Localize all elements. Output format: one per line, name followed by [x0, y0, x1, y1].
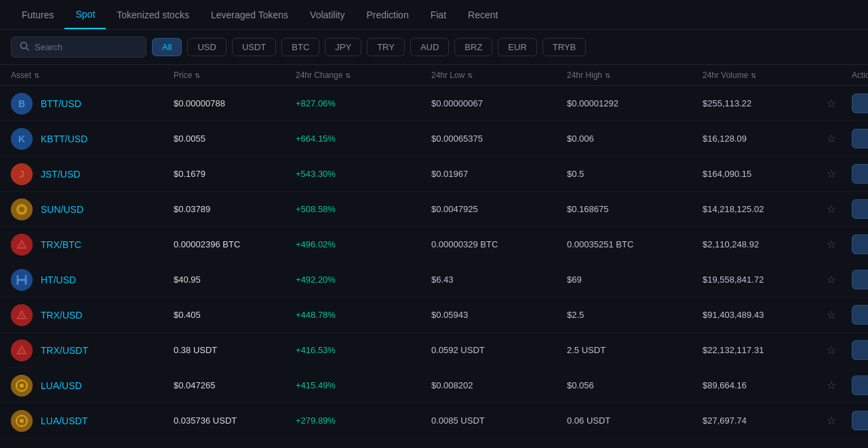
filter-btn-tryb[interactable]: TRYB [542, 38, 586, 56]
sort-icon: ⇅ [467, 72, 473, 79]
nav-item-volatility[interactable]: Volatility [299, 1, 355, 28]
nav-item-recent[interactable]: Recent [457, 1, 509, 28]
filter-btn-all[interactable]: All [152, 38, 182, 56]
favorite-button[interactable]: ☆ [811, 132, 852, 145]
trade-button[interactable]: Trade [852, 129, 868, 148]
asset-cell: LUA/USDT [11, 410, 174, 432]
trade-button[interactable]: Trade [852, 164, 868, 184]
trade-button[interactable]: Trade [852, 375, 868, 395]
filter-btn-jpy[interactable]: JPY [325, 38, 361, 56]
th-label: 24hr High [567, 70, 602, 80]
filter-btn-btc[interactable]: BTC [281, 38, 319, 56]
th-label: Action [852, 70, 868, 80]
filter-btn-eur[interactable]: EUR [498, 38, 536, 56]
table-row: HT/USD$40.95+492.20%$6.43$69$19,558,841.… [0, 262, 868, 298]
volume-cell: $89,664.16 [703, 380, 811, 390]
th-24hr-low[interactable]: 24hr Low ⇅ [431, 70, 567, 80]
sort-icon: ⇅ [195, 72, 200, 79]
low-cell: $0.01967 [431, 169, 567, 179]
trade-button[interactable]: Trade [852, 235, 868, 254]
asset-cell: B BTT/USD [11, 93, 174, 115]
change-cell: +508.58% [296, 204, 431, 214]
volume-cell: $27,697.74 [703, 415, 811, 426]
favorite-button[interactable]: ☆ [811, 238, 852, 251]
table-row: LUA/USDT0.035736 USDT+279.89%0.0085 USDT… [0, 403, 868, 439]
filter-btn-aud[interactable]: AUD [410, 38, 449, 56]
favorite-button[interactable]: ☆ [811, 308, 852, 321]
trade-button[interactable]: Trade [852, 94, 868, 113]
high-cell: 2.5 USDT [567, 345, 703, 355]
favorite-button[interactable]: ☆ [811, 203, 852, 216]
low-cell: $0.008202 [431, 380, 567, 390]
change-cell: +416.53% [296, 345, 431, 355]
search-box[interactable] [11, 37, 146, 58]
change-cell: +543.30% [296, 169, 431, 179]
th-24hr-high[interactable]: 24hr High ⇅ [567, 70, 703, 80]
th-price[interactable]: Price ⇅ [174, 70, 296, 80]
favorite-button[interactable]: ☆ [811, 379, 852, 392]
filter-btn-try[interactable]: TRY [367, 38, 405, 56]
asset-name: LUA/USDT [41, 415, 87, 426]
trade-button[interactable]: Trade [852, 199, 868, 219]
change-cell: +664.15% [296, 134, 431, 144]
nav-item-fiat[interactable]: Fiat [420, 1, 457, 28]
sort-icon: ⇅ [34, 72, 39, 79]
price-cell: $0.0055 [174, 134, 296, 144]
favorite-button[interactable]: ☆ [811, 167, 852, 180]
nav-item-prediction[interactable]: Prediction [355, 1, 419, 28]
th-label: Price [174, 70, 192, 80]
asset-cell: TRX/USD [11, 304, 174, 326]
asset-icon [11, 199, 33, 220]
price-cell: $40.95 [174, 274, 296, 285]
price-cell: 0.00002396 BTC [174, 239, 296, 249]
price-cell: 0.035736 USDT [174, 415, 296, 426]
high-cell: $2.5 [567, 310, 703, 320]
high-cell: $0.006 [567, 134, 703, 144]
favorite-button[interactable]: ☆ [811, 97, 852, 110]
price-cell: $0.047265 [174, 380, 296, 390]
favorite-button[interactable]: ☆ [811, 414, 852, 427]
trade-button[interactable]: Trade [852, 270, 868, 289]
favorite-button[interactable]: ☆ [811, 344, 852, 357]
volume-cell: $2,110,248.92 [703, 239, 811, 249]
asset-cell: LUA/USD [11, 375, 174, 396]
nav-item-spot[interactable]: Spot [64, 1, 106, 29]
th-24hr-volume[interactable]: 24hr Volume ⇅ [703, 70, 811, 80]
table-row: J JST/USD$0.1679+543.30%$0.01967$0.5$164… [0, 157, 868, 192]
trade-button[interactable]: Trade [852, 340, 868, 360]
filter-btn-usdt[interactable]: USDT [232, 38, 276, 56]
th-label: 24hr Low [431, 70, 465, 80]
svg-point-23 [20, 384, 24, 388]
nav-item-futures[interactable]: Futures [11, 1, 64, 28]
low-cell: $0.00000067 [431, 98, 567, 108]
th-24hr-change[interactable]: 24hr Change ⇅ [296, 70, 431, 80]
asset-cell: K KBTT/USD [11, 128, 174, 150]
asset-cell: TRX/USDT [11, 340, 174, 361]
table-row: LUA/USD$0.047265+415.49%$0.008202$0.056$… [0, 368, 868, 403]
asset-name: SUN/USD [41, 204, 83, 215]
price-cell: $0.1679 [174, 169, 296, 179]
table-row: B BTT/USD$0.00000788+827.06%$0.00000067$… [0, 86, 868, 121]
nav-item-tokenized-stocks[interactable]: Tokenized stocks [106, 1, 200, 28]
table-row: SUN/USD$0.03789+508.58%$0.0047925$0.1686… [0, 192, 868, 227]
filter-btn-usd[interactable]: USD [187, 38, 226, 56]
asset-icon [11, 410, 33, 432]
filter-btn-brz[interactable]: BRZ [454, 38, 492, 56]
low-cell: $6.43 [431, 274, 567, 285]
trade-button[interactable]: Trade [852, 411, 868, 430]
asset-name: LUA/USD [41, 380, 82, 391]
svg-line-1 [26, 48, 29, 51]
th-asset[interactable]: Asset ⇅ [11, 70, 174, 80]
asset-cell: TRX/BTC [11, 234, 174, 256]
volume-cell: $164,090.15 [703, 169, 811, 179]
asset-cell: HT/USD [11, 269, 174, 291]
trade-button[interactable]: Trade [852, 305, 868, 325]
asset-name: TRX/BTC [41, 239, 81, 250]
change-cell: +415.49% [296, 380, 431, 390]
search-input[interactable] [35, 42, 138, 52]
nav-item-leveraged-tokens[interactable]: Leveraged Tokens [200, 1, 299, 28]
favorite-button[interactable]: ☆ [811, 273, 852, 286]
th-label: 24hr Volume [703, 70, 748, 80]
svg-point-10 [19, 207, 24, 212]
table-row: TRX/BTC0.00002396 BTC+496.02%0.00000329 … [0, 227, 868, 262]
